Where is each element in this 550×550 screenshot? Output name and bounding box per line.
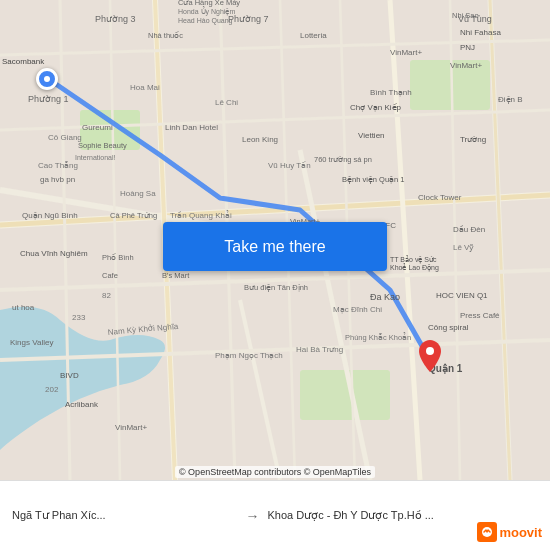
svg-text:Quận Ngũ Bình: Quận Ngũ Bình <box>22 211 78 220</box>
svg-text:VinMart+: VinMart+ <box>450 61 482 70</box>
svg-text:Dầu Đèn: Dầu Đèn <box>453 225 485 234</box>
svg-text:PNJ: PNJ <box>460 43 475 52</box>
svg-text:Phường 3: Phường 3 <box>95 14 136 24</box>
svg-text:ga hvb pn: ga hvb pn <box>40 175 75 184</box>
svg-text:Mạc Đĩnh Chi: Mạc Đĩnh Chi <box>333 305 382 314</box>
svg-text:Press Café: Press Café <box>460 311 500 320</box>
arrow-right-icon: → <box>245 508 259 524</box>
svg-text:Hoàng Sa: Hoàng Sa <box>120 189 156 198</box>
svg-text:Đa Kao: Đa Kao <box>370 292 400 302</box>
svg-text:Chua Vĩnh Nghiêm: Chua Vĩnh Nghiêm <box>20 249 88 258</box>
svg-text:Leon King: Leon King <box>242 135 278 144</box>
svg-text:Phố Bình: Phố Bình <box>102 253 134 262</box>
take-me-there-button[interactable]: Take me there <box>163 222 387 271</box>
svg-text:Hoa Mai: Hoa Mai <box>130 83 160 92</box>
svg-text:Gureumi: Gureumi <box>82 123 113 132</box>
svg-text:Bưu điện Tân Định: Bưu điện Tân Định <box>244 283 308 292</box>
moovit-brand-text: moovit <box>499 525 542 540</box>
location-pin <box>36 68 58 90</box>
svg-text:Nhà thuốc: Nhà thuốc <box>148 31 183 40</box>
svg-text:Nhi Fahasa: Nhi Fahasa <box>460 28 501 37</box>
moovit-icon <box>477 522 497 542</box>
svg-text:Viettien: Viettien <box>358 131 385 140</box>
svg-text:HOC VIEN Q1: HOC VIEN Q1 <box>436 291 488 300</box>
svg-text:Bệnh viện Quận 1: Bệnh viện Quận 1 <box>342 175 405 184</box>
svg-text:VinMart+: VinMart+ <box>115 423 147 432</box>
svg-text:Sophie Beauty: Sophie Beauty <box>78 141 127 150</box>
svg-text:Kings Valley: Kings Valley <box>10 338 53 347</box>
svg-text:Phường 7: Phường 7 <box>228 14 269 24</box>
svg-rect-3 <box>300 370 390 420</box>
svg-text:Lotteria: Lotteria <box>300 31 327 40</box>
svg-text:Cửa Hàng Xe Máy: Cửa Hàng Xe Máy <box>178 0 240 7</box>
svg-text:Phúng Khắc Khoản: Phúng Khắc Khoản <box>345 332 411 342</box>
svg-text:Khoẻ Lao Động: Khoẻ Lao Động <box>390 263 439 272</box>
svg-text:Hai Bà Trưng: Hai Bà Trưng <box>296 345 343 354</box>
svg-text:Chợ Vạn Kiếp: Chợ Vạn Kiếp <box>350 103 402 112</box>
svg-text:Cà Phê Trứng: Cà Phê Trứng <box>110 211 157 220</box>
svg-point-97 <box>426 347 434 355</box>
map-attribution: © OpenStreetMap contributors © OpenMapTi… <box>175 466 375 478</box>
svg-text:Sacombank: Sacombank <box>2 57 45 66</box>
svg-text:Lê Chi: Lê Chi <box>215 98 238 107</box>
svg-text:Nhi Sao: Nhi Sao <box>452 11 479 20</box>
svg-text:Linh Dan Hotel: Linh Dan Hotel <box>165 123 218 132</box>
svg-text:Cafe: Cafe <box>102 271 118 280</box>
route-to-label: Khoa Dược - Đh Y Dược Tp.Hồ ... <box>267 509 538 522</box>
map-container: Phường 3 Phường 7 Vũ Tùng Phường 1 Cao T… <box>0 0 550 480</box>
svg-text:Phạm Ngọc Thạch: Phạm Ngọc Thạch <box>215 351 283 360</box>
svg-text:233: 233 <box>72 313 86 322</box>
svg-text:82: 82 <box>102 291 111 300</box>
bottom-bar: Ngã Tư Phan Xíc... → Khoa Dược - Đh Y Dư… <box>0 480 550 550</box>
svg-text:BIVD: BIVD <box>60 371 79 380</box>
svg-text:Công spiral: Công spiral <box>428 323 469 332</box>
svg-text:Phường 1: Phường 1 <box>28 94 69 104</box>
svg-text:Head Hào Quang: Head Hào Quang <box>178 17 233 25</box>
svg-text:Trường: Trường <box>460 135 486 144</box>
svg-text:202: 202 <box>45 385 59 394</box>
svg-text:Bình Thạnh: Bình Thạnh <box>370 88 412 97</box>
svg-text:Honda Ủy Nghiệm: Honda Ủy Nghiệm <box>178 6 235 16</box>
svg-text:B's Mart: B's Mart <box>162 271 190 280</box>
svg-text:Acrlibank: Acrlibank <box>65 400 99 409</box>
svg-text:Cô Giang: Cô Giang <box>48 133 82 142</box>
svg-text:Cao Thắng: Cao Thắng <box>38 161 78 170</box>
svg-text:VinMart+: VinMart+ <box>390 48 422 57</box>
svg-text:Vũ Huy Tấn: Vũ Huy Tấn <box>268 161 311 170</box>
svg-text:760 trường sá pn: 760 trường sá pn <box>314 155 372 164</box>
svg-text:ut hoa: ut hoa <box>12 303 35 312</box>
svg-text:Lê Vỹ: Lê Vỹ <box>453 243 474 252</box>
route-from-label: Ngã Tư Phan Xíc... <box>12 509 237 522</box>
svg-text:Trần Quang Khải: Trần Quang Khải <box>170 210 232 220</box>
moovit-logo: moovit <box>477 522 542 542</box>
svg-text:International!: International! <box>75 154 116 161</box>
svg-text:Điện B: Điện B <box>498 95 523 104</box>
svg-text:TT Bảo vệ Sức: TT Bảo vệ Sức <box>390 255 437 264</box>
svg-text:Clock Tower: Clock Tower <box>418 193 462 202</box>
